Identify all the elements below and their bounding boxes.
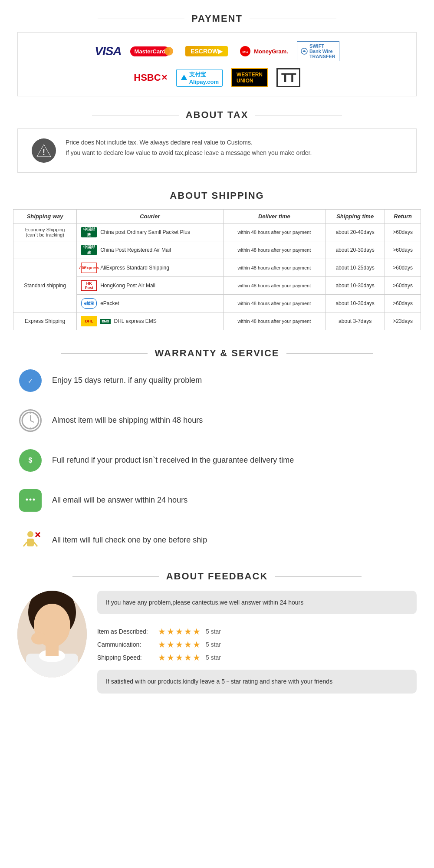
shipping-time-cell: about 20-30days xyxy=(326,241,385,259)
warranty-item-2: Almost item will be shipping within 48 h… xyxy=(17,408,417,434)
warranty-items: ✓ Enjoy 15 days return. if any quality p… xyxy=(17,368,417,553)
warranty-title: WARRANTY & SERVICE xyxy=(0,348,434,359)
col-deliver-time: Deliver time xyxy=(223,210,326,224)
svg-point-19 xyxy=(27,531,33,537)
ems-icon: EMS xyxy=(100,319,110,324)
feedback-bubble-bottom: If satisfied with our products,kindly le… xyxy=(97,670,417,693)
svg-text:!: ! xyxy=(43,148,45,157)
china-post-icon: 中国邮政 xyxy=(81,227,97,237)
shipping-section: ABOUT SHIPPING Shipping way Courier Deli… xyxy=(0,190,434,330)
feedback-avatar xyxy=(17,591,87,677)
table-row: 中国邮政 China Post Registered Air Mail with… xyxy=(13,241,421,259)
money-icon: $ xyxy=(19,449,42,472)
hkpost-icon: HK Post xyxy=(81,280,97,291)
svg-text:MG: MG xyxy=(243,50,248,54)
tax-title-text: ABOUT TAX xyxy=(186,109,249,121)
warranty-item-3: $ Full refund if your product isn`t rece… xyxy=(17,447,417,473)
shipping-way-cell xyxy=(13,241,77,259)
feedback-bubble-bottom-text: If satisfied with our products,kindly le… xyxy=(106,678,332,685)
svg-point-18 xyxy=(33,499,35,501)
tax-title: ABOUT TAX xyxy=(0,109,434,121)
warranty-item-4: All email will be answer within 24 hours xyxy=(17,487,417,513)
deliver-time-cell: within 48 hours after your payment xyxy=(223,224,326,241)
return-cell: >60days xyxy=(385,224,421,241)
warranty-icon-wrap-2 xyxy=(17,408,43,434)
feedback-bubble-top-text: If you have any problem,please cantectus… xyxy=(106,599,303,606)
shipping-time-cell: about 10-30days xyxy=(326,277,385,295)
col-return: Return xyxy=(385,210,421,224)
svg-rect-20 xyxy=(27,539,34,546)
courier-name: ePacket xyxy=(100,300,119,306)
deliver-time-cell: within 48 hours after your payment xyxy=(223,277,326,295)
svg-point-16 xyxy=(26,499,28,501)
tt-logo: TT xyxy=(276,68,300,87)
courier-cell: 中国邮政 China Post Registered Air Mail xyxy=(77,241,223,259)
shipping-time-cell: about 20-40days xyxy=(326,224,385,241)
hsbc-logo: HSBC ✕ xyxy=(134,72,167,83)
rating-stars-1: ★★★★★ xyxy=(158,626,201,637)
payment-title: PAYMENT xyxy=(0,13,434,24)
warranty-text-2: Almost item will be shipping within 48 h… xyxy=(52,415,203,426)
clock-icon xyxy=(19,409,42,432)
warranty-text-4: All email will be answer within 24 hours xyxy=(52,495,187,506)
feedback-content: If you have any problem,please cantectus… xyxy=(17,591,417,699)
shipping-way-cell: Standard shipping xyxy=(13,259,77,312)
table-row: Standard shipping AliExpress AliExpress … xyxy=(13,259,421,277)
shipping-time-cell: about 10-25days xyxy=(326,259,385,277)
check-icon xyxy=(19,529,42,552)
svg-line-21 xyxy=(23,542,27,546)
courier-cell: AliExpress AliExpress Standard Shipping xyxy=(77,259,223,277)
table-row: Economy Shipping(can`t be tracking) 中国邮政… xyxy=(13,224,421,241)
courier-cell: 中国邮政 China post Ordinary Samll Packet Pl… xyxy=(77,224,223,241)
rating-label-1: Item as Described: xyxy=(97,628,154,635)
warranty-item-1: ✓ Enjoy 15 days return. if any quality p… xyxy=(17,368,417,394)
svg-marker-3 xyxy=(181,75,187,80)
warranty-text-1: Enjoy 15 days return. if any quality pro… xyxy=(52,375,202,386)
rating-row-2: Cammunication: ★★★★★ 5 star xyxy=(97,639,417,650)
tax-text-2: If you want to declare low value to avoi… xyxy=(66,148,312,158)
warranty-icon-wrap-3: $ xyxy=(17,447,43,473)
svg-text:$: $ xyxy=(29,457,33,464)
courier-cell: HK Post HongKong Post Air Mail xyxy=(77,277,223,295)
alipay-logo: 支付宝Alipay.com xyxy=(176,69,223,87)
warranty-text-3: Full refund if your product isn`t receiv… xyxy=(52,455,294,466)
shipping-title-text: ABOUT SHIPPING xyxy=(170,190,264,201)
rating-count-3: 5 star xyxy=(206,654,221,661)
payment-row-1: VISA MasterCard ESCROW▶ MG MoneyGram. SW… xyxy=(31,41,403,61)
rating-count-1: 5 star xyxy=(206,628,221,635)
rating-row-3: Shipping Speed: ★★★★★ 5 star xyxy=(97,652,417,663)
bankwire-logo: SWIFTBank WireTRANSFER xyxy=(297,41,339,61)
svg-line-22 xyxy=(34,542,37,546)
table-row: Express Shipping DHL EMS DHL express EMS… xyxy=(13,312,421,330)
svg-point-17 xyxy=(30,499,32,501)
payment-row-2: HSBC ✕ 支付宝Alipay.com WESTERNUNION TT xyxy=(31,68,403,87)
shipping-time-cell: about 3-7days xyxy=(326,312,385,330)
westernunion-logo: WESTERNUNION xyxy=(231,68,268,87)
deliver-time-cell: within 48 hours after your payment xyxy=(223,259,326,277)
feedback-title-text: ABOUT FEEDBACK xyxy=(166,571,268,582)
warning-circle: ! xyxy=(32,138,56,163)
feedback-bubble-top: If you have any problem,please cantectus… xyxy=(97,591,417,614)
svg-marker-15 xyxy=(26,505,29,507)
deliver-time-cell: within 48 hours after your payment xyxy=(223,312,326,330)
courier-cell: DHL EMS DHL express EMS xyxy=(77,312,223,330)
rating-stars-3: ★★★★★ xyxy=(158,652,201,663)
col-shipping-time: Shipping time xyxy=(326,210,385,224)
escrow-logo: ESCROW▶ xyxy=(185,46,228,56)
shield-icon: ✓ xyxy=(19,369,42,392)
return-cell: >60days xyxy=(385,259,421,277)
svg-rect-30 xyxy=(46,643,59,656)
rating-count-2: 5 star xyxy=(206,641,221,648)
warranty-text-5: All item will full check one by one befo… xyxy=(52,535,207,546)
courier-cell: e邮宝 ePacket xyxy=(77,295,223,312)
courier-name: DHL express EMS xyxy=(114,318,157,324)
epacket-icon: e邮宝 xyxy=(81,298,97,309)
svg-line-9 xyxy=(30,421,34,422)
ratings: Item as Described: ★★★★★ 5 star Cammunic… xyxy=(97,619,417,670)
china-post-icon: 中国邮政 xyxy=(81,245,97,255)
rating-label-3: Shipping Speed: xyxy=(97,654,154,661)
tax-text-1: Price does Not include tax. We always de… xyxy=(66,138,312,148)
feedback-title: ABOUT FEEDBACK xyxy=(0,571,434,582)
shipping-table-wrap: Shipping way Courier Deliver time Shippi… xyxy=(13,209,421,330)
svg-point-10 xyxy=(30,412,31,414)
